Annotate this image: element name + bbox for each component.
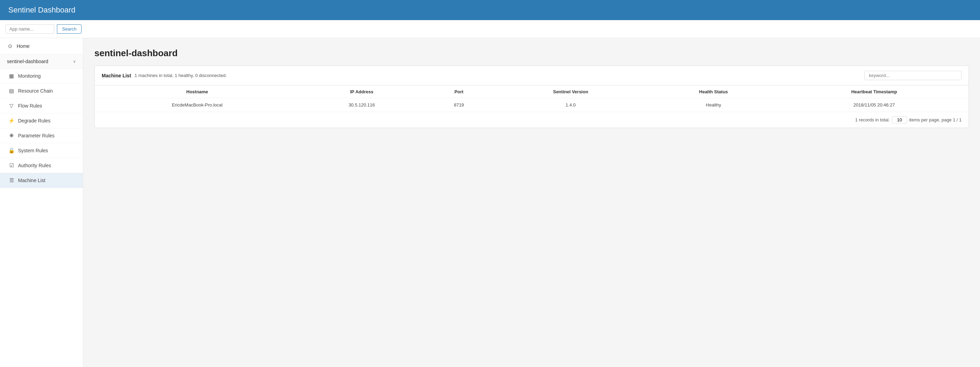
app-title: Sentinel Dashboard [8,6,75,14]
total-records-label: 1 records in total. [855,117,890,122]
cell-port: 8719 [424,98,494,112]
sidebar-item-authority-rules[interactable]: ☑Authority Rules [0,158,83,173]
table-header-row: HostnameIP AddressPortSentinel VersionHe… [95,86,969,98]
machine-list-summary: 1 machines in total, 1 healthy, 0 discon… [135,73,227,78]
sidebar-item-resource-chain[interactable]: ▤Resource Chain [0,84,83,99]
sidebar-label-authority-rules: Authority Rules [18,163,51,168]
main-layout: ⊙ Home sentinel-dashboard ∨ ▦Monitoring▤… [0,38,980,367]
cell-heartbeat-timestamp: 2018/11/05 20:46:27 [780,98,969,112]
app-name-input[interactable] [6,24,54,33]
search-bar: Search [0,20,980,38]
sidebar-label-machine-list: Machine List [18,178,45,183]
sidebar-item-parameter-rules[interactable]: ❋Parameter Rules [0,128,83,143]
sidebar-item-monitoring[interactable]: ▦Monitoring [0,69,83,84]
sidebar-group-label: sentinel-dashboard [7,59,48,64]
sidebar-item-home[interactable]: ⊙ Home [0,38,83,54]
pagination: 1 records in total. items per page, page… [95,112,969,128]
sidebar-label-flow-rules: Flow Rules [18,103,42,108]
chevron-down-icon: ∨ [73,59,76,64]
machine-list-title: Machine List [102,73,131,78]
sidebar-label-resource-chain: Resource Chain [18,88,53,94]
sidebar-group-sentinel-dashboard[interactable]: sentinel-dashboard ∨ [0,54,83,69]
system-rules-icon: 🔒 [8,148,14,154]
cell-ip-address: 30.5.120.116 [299,98,424,112]
page-info-label: items per page, page 1 / 1 [909,117,962,122]
sidebar-label-monitoring: Monitoring [18,73,41,79]
col-header-health-status: Health Status [647,86,780,98]
machine-table: HostnameIP AddressPortSentinel VersionHe… [95,85,969,112]
authority-rules-icon: ☑ [8,162,14,168]
sidebar-item-machine-list[interactable]: ☰Machine List [0,173,83,188]
col-header-heartbeat-timestamp: Heartbeat Timestamp [780,86,969,98]
sidebar-item-degrade-rules[interactable]: ⚡Degrade Rules [0,113,83,128]
resource-chain-icon: ▤ [8,88,14,94]
sidebar-label-degrade-rules: Degrade Rules [18,118,50,124]
sidebar: ⊙ Home sentinel-dashboard ∨ ▦Monitoring▤… [0,38,83,367]
page-title: sentinel-dashboard [94,48,969,59]
card-header-left: Machine List 1 machines in total, 1 heal… [102,73,227,78]
col-header-sentinel-version: Sentinel Version [494,86,647,98]
parameter-rules-icon: ❋ [8,132,14,139]
home-icon: ⊙ [7,43,13,49]
app-header: Sentinel Dashboard [0,0,980,20]
monitoring-icon: ▦ [8,73,14,79]
machine-list-card: Machine List 1 machines in total, 1 heal… [94,65,969,128]
flow-rules-icon: ▽ [8,103,14,109]
table-body: EricdeMacBook-Pro.local30.5.120.11687191… [95,98,969,112]
table-row: EricdeMacBook-Pro.local30.5.120.11687191… [95,98,969,112]
sidebar-home-label: Home [17,43,30,49]
main-content: sentinel-dashboard Machine List 1 machin… [83,38,980,367]
search-button[interactable]: Search [57,24,81,33]
keyword-input[interactable] [864,71,962,80]
machine-list-header: Machine List 1 machines in total, 1 heal… [95,66,969,85]
cell-health-status: Healthy [647,98,780,112]
cell-hostname: EricdeMacBook-Pro.local [95,98,299,112]
col-header-ip-address: IP Address [299,86,424,98]
table-head: HostnameIP AddressPortSentinel VersionHe… [95,86,969,98]
per-page-input[interactable] [892,116,907,124]
sidebar-label-system-rules: System Rules [18,148,48,153]
degrade-rules-icon: ⚡ [8,118,14,124]
sidebar-label-parameter-rules: Parameter Rules [18,133,54,138]
sidebar-item-flow-rules[interactable]: ▽Flow Rules [0,99,83,113]
cell-sentinel-version: 1.4.0 [494,98,647,112]
sidebar-items-container: ▦Monitoring▤Resource Chain▽Flow Rules⚡De… [0,69,83,188]
col-header-port: Port [424,86,494,98]
sidebar-item-system-rules[interactable]: 🔒System Rules [0,143,83,158]
col-header-hostname: Hostname [95,86,299,98]
machine-list-icon: ☰ [8,177,14,183]
